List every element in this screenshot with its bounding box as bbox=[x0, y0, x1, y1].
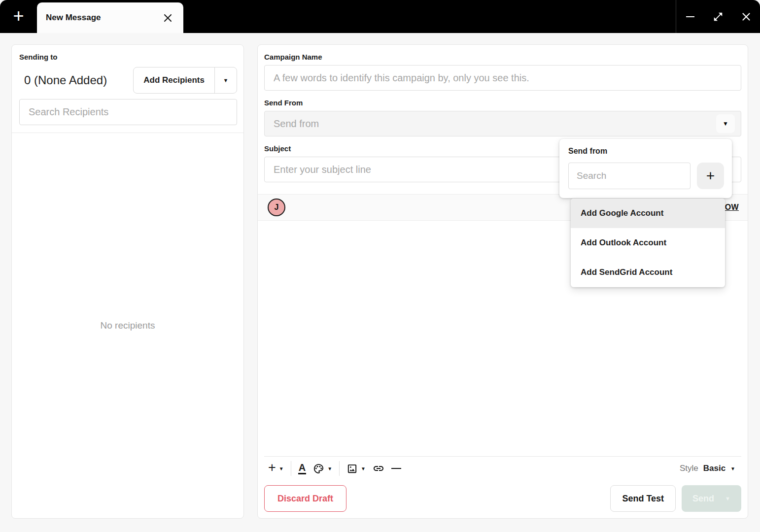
window-close-button[interactable] bbox=[738, 8, 755, 25]
style-label: Style bbox=[680, 464, 698, 473]
send-button-label: Send bbox=[692, 494, 714, 504]
send-button[interactable]: Send ▼ bbox=[682, 485, 741, 512]
add-account-menu: Add Google Account Add Outlook Account A… bbox=[571, 199, 725, 287]
divider bbox=[339, 461, 340, 476]
send-from-dropdown-button[interactable]: ▼ bbox=[716, 114, 735, 133]
recipients-panel-header: Sending to 0 (None Added) Add Recipients… bbox=[12, 45, 243, 94]
plus-icon: + bbox=[706, 168, 715, 183]
discard-draft-button[interactable]: Discard Draft bbox=[264, 485, 346, 512]
send-from-placeholder: Send from bbox=[274, 118, 716, 130]
window-titlebar: + New Message bbox=[0, 0, 760, 33]
palette-icon bbox=[313, 463, 324, 474]
sending-to-label: Sending to bbox=[19, 53, 237, 61]
send-from-field[interactable]: Send from ▼ bbox=[264, 111, 741, 136]
minimize-icon bbox=[686, 16, 694, 17]
add-account-button[interactable]: + bbox=[697, 163, 724, 189]
chevron-down-icon: ▼ bbox=[279, 466, 284, 471]
image-icon bbox=[346, 463, 358, 474]
avatar: J bbox=[268, 199, 285, 216]
menu-item-add-google-account[interactable]: Add Google Account bbox=[571, 199, 725, 228]
maximize-button[interactable] bbox=[710, 8, 726, 25]
tab-close-button[interactable] bbox=[161, 11, 174, 25]
menu-item-add-sendgrid-account[interactable]: Add SendGrid Account bbox=[571, 258, 725, 287]
new-message-window: + New Message bbox=[0, 0, 760, 532]
send-from-popup: Send from + bbox=[559, 139, 732, 198]
editor-toolbar: + ▼ A ▼ ▼ bbox=[264, 456, 741, 480]
chevron-down-icon: ▼ bbox=[730, 466, 735, 471]
add-recipients-dropdown[interactable]: ▼ bbox=[214, 67, 237, 93]
recipient-count: 0 (None Added) bbox=[19, 73, 107, 87]
close-icon bbox=[163, 13, 173, 23]
new-tab-button[interactable]: + bbox=[0, 0, 37, 33]
text-color-button[interactable]: A bbox=[298, 463, 306, 474]
chevron-down-icon: ▼ bbox=[327, 466, 332, 471]
no-recipients-text: No recipients bbox=[12, 133, 243, 518]
expand-icon bbox=[713, 11, 724, 22]
plus-icon: + bbox=[268, 461, 276, 476]
minimize-button[interactable] bbox=[682, 8, 698, 25]
tab-title: New Message bbox=[46, 13, 161, 23]
send-test-button[interactable]: Send Test bbox=[610, 485, 676, 512]
format-color-text-icon: A bbox=[298, 463, 306, 474]
campaign-name-input[interactable] bbox=[264, 65, 741, 91]
recipients-panel: Sending to 0 (None Added) Add Recipients… bbox=[11, 44, 244, 519]
chevron-down-icon: ▼ bbox=[361, 466, 366, 471]
send-from-label: Send From bbox=[264, 99, 741, 107]
tab-new-message[interactable]: New Message bbox=[37, 2, 183, 33]
style-selector[interactable]: Style Basic ▼ bbox=[680, 464, 737, 473]
close-icon bbox=[741, 12, 751, 22]
compose-footer: Discard Draft Send Test Send ▼ bbox=[258, 480, 748, 518]
insert-link-button[interactable] bbox=[373, 463, 384, 474]
add-recipients-label: Add Recipients bbox=[134, 67, 214, 93]
palette-button[interactable]: ▼ bbox=[313, 463, 332, 474]
campaign-name-label: Campaign Name bbox=[264, 53, 741, 61]
menu-item-add-outlook-account[interactable]: Add Outlook Account bbox=[571, 228, 725, 258]
minus-icon bbox=[391, 468, 401, 469]
insert-image-button[interactable]: ▼ bbox=[346, 463, 366, 474]
add-recipients-button[interactable]: Add Recipients ▼ bbox=[133, 67, 237, 94]
send-from-search-input[interactable] bbox=[568, 163, 691, 189]
chevron-down-icon: ▼ bbox=[725, 496, 730, 501]
plus-icon: + bbox=[13, 6, 24, 25]
send-from-popup-title: Send from bbox=[568, 147, 724, 156]
row-link[interactable]: OW bbox=[725, 203, 739, 212]
insert-menu-button[interactable]: + ▼ bbox=[268, 461, 284, 476]
chevron-down-icon: ▼ bbox=[723, 120, 728, 127]
style-value: Basic bbox=[703, 464, 725, 473]
chevron-down-icon: ▼ bbox=[223, 77, 229, 83]
search-recipients-input[interactable] bbox=[19, 99, 237, 125]
horizontal-rule-button[interactable] bbox=[391, 468, 401, 469]
divider bbox=[291, 461, 291, 476]
link-icon bbox=[373, 463, 384, 474]
window-controls bbox=[676, 0, 760, 33]
